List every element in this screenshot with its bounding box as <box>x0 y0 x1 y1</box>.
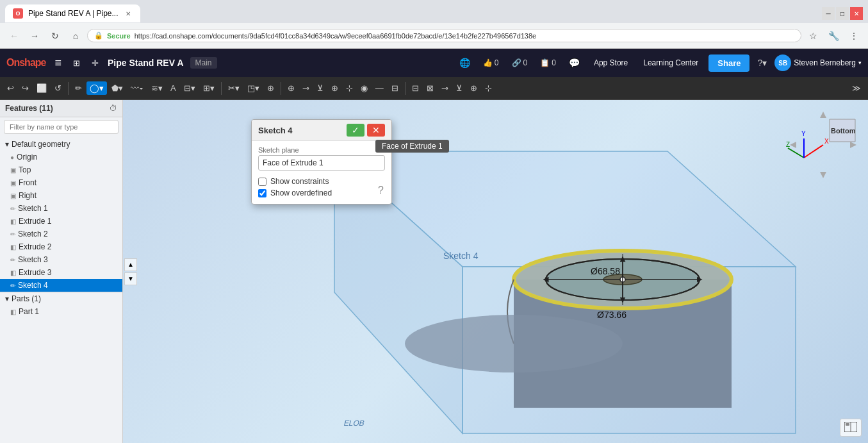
constraint-fix-btn[interactable]: ⊹ <box>343 81 356 95</box>
learning-center-btn[interactable]: Learning Center <box>638 56 703 70</box>
show-overdefined-row: Show overdefined <box>258 187 385 199</box>
constraint-perp-btn[interactable]: ⊻ <box>314 81 327 95</box>
globe-btn[interactable]: 🌐 <box>455 55 474 71</box>
viewport[interactable]: Ø68.58 Ø73.66 ELOB 1ob Sketch 4 <box>123 100 868 443</box>
polygon-tool-btn[interactable]: ⬟▾ <box>108 81 126 95</box>
constraint-midpoint-btn[interactable]: ◉ <box>357 81 371 95</box>
window-minimize-btn[interactable]: ─ <box>822 7 835 20</box>
extrude-icon-1: ◧ <box>10 218 16 225</box>
svg-line-24 <box>788 148 804 158</box>
bookmark-btn[interactable]: ☆ <box>804 27 822 45</box>
mirror-tool-btn[interactable]: ⊟▾ <box>181 81 199 95</box>
browser-tab-bar: O Pipe Stand REV A | Pipe... ✕ ─ □ ✕ <box>0 0 868 23</box>
part-1[interactable]: ◧ Part 1 <box>0 305 122 318</box>
redo-btn[interactable]: ↪ <box>19 81 32 95</box>
back-btn[interactable]: ← <box>5 27 23 45</box>
feature-front[interactable]: ▣ Front <box>0 176 122 189</box>
toolbar-sep-4 <box>405 82 405 95</box>
extensions-btn[interactable]: 🔧 <box>824 27 842 45</box>
sketch-dialog-title: Sketch 4 <box>258 126 292 135</box>
text-tool-btn[interactable]: A <box>167 81 179 95</box>
symmetric-btn[interactable]: ⊻ <box>453 81 466 95</box>
svg-marker-33 <box>850 142 856 148</box>
circle-tool-btn[interactable]: ◯▾ <box>86 81 107 95</box>
default-geometry-header[interactable]: ▾ Default geometry <box>0 138 122 151</box>
view-up-btn[interactable]: ▲ <box>124 258 137 271</box>
feature-extrude1[interactable]: ◧ Extrude 1 <box>0 215 122 228</box>
browser-tab[interactable]: O Pipe Stand REV A | Pipe... ✕ <box>5 4 140 22</box>
feature-extrude2[interactable]: ◧ Extrude 2 <box>0 240 122 253</box>
dialog-accept-btn[interactable]: ✓ <box>347 124 364 137</box>
svg-text:ELOB: ELOB <box>343 419 366 428</box>
feature-origin[interactable]: ● Origin <box>0 151 122 163</box>
show-overdefined-checkbox[interactable] <box>258 189 266 197</box>
add-btn[interactable]: ✛ <box>89 56 101 71</box>
dialog-help-icon[interactable]: ? <box>378 185 384 196</box>
feature-top[interactable]: ▣ Top <box>0 163 122 176</box>
features-history-icon[interactable]: ⏱ <box>110 104 117 113</box>
view-down-btn[interactable]: ▼ <box>124 272 137 285</box>
constraint-coincident-btn[interactable]: ⊕ <box>284 81 298 95</box>
horizontal-btn[interactable]: ⊟ <box>409 81 422 95</box>
rotate-btn[interactable]: ↺ <box>51 81 65 95</box>
constraint-equal-btn[interactable]: ⊕ <box>328 81 341 95</box>
toolbar: ↩ ↪ ⬜ ↺ ✏ ◯▾ ⬟▾ 〰▾ ≋▾ A ⊟▾ ⊞▾ ✂▾ ◳▾ ⊕ ⊕ … <box>0 77 868 100</box>
line-tool-btn[interactable]: ✏ <box>72 81 85 95</box>
trim-tool-btn[interactable]: ✂▾ <box>225 81 243 95</box>
feature-sketch1[interactable]: ✏ Sketch 1 <box>0 202 122 215</box>
app-store-btn[interactable]: App Store <box>589 56 633 70</box>
document-title: Pipe Stand REV A <box>108 58 184 68</box>
nav-cube[interactable]: X Z Y Bottom <box>785 106 862 183</box>
window-close-btn[interactable]: ✕ <box>850 7 863 20</box>
copy-btn[interactable]: ⬜ <box>33 81 50 95</box>
project-tool-btn[interactable]: ◳▾ <box>244 81 263 95</box>
pattern-tool-btn[interactable]: ⊞▾ <box>200 81 218 95</box>
more-options-btn[interactable]: ≫ <box>849 81 864 95</box>
home-btn[interactable]: ⌂ <box>67 27 85 45</box>
feature-extrude3[interactable]: ◧ Extrude 3 <box>0 266 122 279</box>
svg-line-23 <box>804 145 823 158</box>
constraint-parallel-btn[interactable]: ⊸ <box>299 81 313 95</box>
feature-sketch4[interactable]: ✏ Sketch 4 <box>0 279 122 292</box>
dialog-cancel-btn[interactable]: ✕ <box>367 124 385 137</box>
bottom-right-panel-btn[interactable] <box>840 419 862 437</box>
offset-tool-btn[interactable]: ≋▾ <box>148 81 166 95</box>
filter-input[interactable] <box>4 120 119 134</box>
address-bar[interactable]: 🔒 Secure https://cad.onshape.com/documen… <box>87 29 801 42</box>
hamburger-menu-btn[interactable]: ≡ <box>52 54 64 72</box>
user-avatar: SB <box>774 54 791 71</box>
copies-btn[interactable]: 📋0 <box>536 56 560 70</box>
feature-tree: ▾ Default geometry ● Origin ▣ Top ▣ Fron… <box>0 137 122 443</box>
sketch-plane-input[interactable] <box>258 155 385 171</box>
secure-label: Secure <box>107 32 131 40</box>
pierce-btn[interactable]: ⊕ <box>467 81 480 95</box>
toolbar-sep-3 <box>281 82 281 95</box>
forward-btn[interactable]: → <box>26 27 44 45</box>
menu-btn[interactable]: ⋮ <box>845 27 863 45</box>
search-btn[interactable]: ⊞ <box>70 56 83 71</box>
links-btn[interactable]: 🔗0 <box>508 56 532 70</box>
parts-header[interactable]: ▾ Parts (1) <box>0 292 122 305</box>
undo-btn[interactable]: ↩ <box>4 81 17 95</box>
tab-close-btn[interactable]: ✕ <box>124 9 133 18</box>
window-maximize-btn[interactable]: □ <box>836 7 849 20</box>
constraint-colinear-btn[interactable]: — <box>372 81 387 95</box>
show-constraints-checkbox[interactable] <box>258 178 266 186</box>
tangent-btn[interactable]: ⊸ <box>438 81 452 95</box>
help-btn[interactable]: ?▾ <box>755 55 769 71</box>
feature-sketch3[interactable]: ✏ Sketch 3 <box>0 253 122 266</box>
curvature-btn[interactable]: ⊹ <box>482 81 495 95</box>
comment-btn[interactable]: 💬 <box>565 55 584 71</box>
vertical-btn[interactable]: ⊠ <box>423 81 437 95</box>
onshape-logo[interactable]: Onshape <box>6 57 45 69</box>
dimension-btn[interactable]: ⊟ <box>388 81 402 95</box>
document-tab[interactable]: Main <box>190 57 217 69</box>
likes-btn[interactable]: 👍0 <box>479 56 503 70</box>
feature-right[interactable]: ▣ Right <box>0 189 122 202</box>
refresh-btn[interactable]: ↻ <box>46 27 64 45</box>
user-area[interactable]: SB Steven Berneberg ▾ <box>774 54 862 71</box>
feature-sketch2[interactable]: ✏ Sketch 2 <box>0 228 122 240</box>
split-tool-btn[interactable]: ⊕ <box>264 81 277 95</box>
share-btn[interactable]: Share <box>708 54 749 72</box>
spline-tool-btn[interactable]: 〰▾ <box>127 81 147 95</box>
